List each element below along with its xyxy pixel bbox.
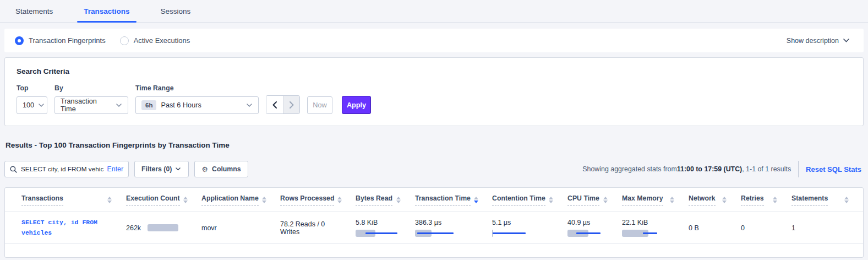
- transaction-time-value: 386.3 µs: [415, 219, 441, 226]
- stats-suffix: , 1-1 of 1 results: [742, 165, 791, 173]
- column-header-max-memory[interactable]: Max Memory: [622, 194, 689, 205]
- execution-count-bar: [148, 224, 179, 231]
- column-header-cpu-time[interactable]: CPU Time: [567, 194, 622, 205]
- search-criteria-card: Search Criteria Top 100 By Transaction T…: [4, 57, 864, 126]
- column-label: CPU Time: [567, 194, 599, 205]
- columns-button[interactable]: ⚙ Columns: [194, 161, 248, 177]
- search-box: Enter: [4, 161, 129, 177]
- column-header-transactions[interactable]: Transactions: [21, 194, 126, 205]
- reset-sql-stats-link[interactable]: Reset SQL Stats: [806, 165, 864, 174]
- results-heading: Results - Top 100 Transaction Fingerprin…: [6, 141, 862, 149]
- column-header-execution-count[interactable]: Execution Count: [126, 194, 201, 205]
- transaction-time-cell: 386.3 µs: [415, 219, 492, 237]
- tab-transactions[interactable]: Transactions: [81, 0, 132, 22]
- prev-range-button[interactable]: [266, 96, 283, 113]
- search-icon: [10, 166, 17, 173]
- sort-icon: [670, 197, 674, 203]
- gear-icon: ⚙: [201, 165, 208, 174]
- chevron-down-icon: [247, 104, 253, 107]
- contention-time-bar: [492, 230, 537, 237]
- time-range-field: Time Range 6h Past 6 Hours: [135, 84, 259, 114]
- transactions-table: Transactions Execution Count Application…: [4, 187, 864, 258]
- column-header-statements[interactable]: Statements: [791, 194, 863, 205]
- column-header-application-name[interactable]: Application Name: [201, 194, 280, 205]
- column-label: Execution Count: [126, 194, 180, 205]
- contention-time-cell: 5.1 µs: [492, 219, 567, 237]
- time-range-badge: 6h: [141, 100, 156, 110]
- statements-cell: 1: [791, 224, 863, 232]
- top-label: Top: [17, 84, 47, 92]
- max-memory-bar: [622, 230, 667, 237]
- sort-icon: [603, 197, 608, 203]
- execution-count-value: 262k: [126, 224, 141, 232]
- sort-icon-descending: [474, 197, 478, 203]
- execution-count-cell: 262k: [126, 224, 201, 232]
- by-field: By Transaction Time: [54, 84, 128, 114]
- table-row: SELECT city, id FROM vehicles 262k movr …: [5, 212, 863, 244]
- filters-label: Filters (0): [141, 165, 172, 173]
- contention-time-value: 5.1 µs: [492, 219, 511, 226]
- sort-icon: [183, 197, 188, 203]
- sort-icon: [549, 197, 553, 203]
- network-cell: 0 B: [689, 224, 741, 232]
- column-label: Network: [689, 194, 716, 205]
- stats-prefix: Showing aggregated stats from: [582, 165, 677, 173]
- chevron-left-icon: [272, 101, 277, 109]
- chevron-right-icon: [290, 101, 294, 109]
- column-label: Max Memory: [622, 194, 663, 205]
- by-select-value: Transaction Time: [61, 98, 112, 113]
- time-range-select[interactable]: 6h Past 6 Hours: [135, 96, 259, 114]
- search-criteria-title: Search Criteria: [17, 67, 851, 75]
- chevron-down-icon: [176, 167, 182, 171]
- rows-processed-cell: 78.2 Reads / 0 Writes: [280, 220, 356, 236]
- sort-icon: [107, 197, 112, 203]
- column-label: Statements: [791, 194, 828, 205]
- sort-icon: [396, 197, 401, 203]
- column-header-network[interactable]: Network: [689, 194, 741, 205]
- top-select[interactable]: 100: [17, 96, 47, 114]
- time-range-label: Time Range: [135, 84, 259, 92]
- radio-transaction-fingerprints[interactable]: Transaction Fingerprints: [15, 36, 106, 45]
- tab-statements[interactable]: Statements: [13, 0, 55, 22]
- time-range-stepper: [266, 95, 300, 114]
- radio-label: Active Executions: [134, 36, 190, 45]
- application-name-cell: movr: [201, 224, 280, 232]
- retries-cell: 0: [741, 224, 791, 232]
- transaction-time-bar: [415, 230, 460, 237]
- by-select[interactable]: Transaction Time: [54, 96, 128, 114]
- column-header-rows-processed[interactable]: Rows Processed: [280, 194, 356, 205]
- column-header-retries[interactable]: Retries: [741, 194, 791, 205]
- cpu-time-value: 40.9 µs: [567, 219, 590, 226]
- show-description-label: Show description: [787, 37, 839, 45]
- column-label: Transactions: [21, 194, 63, 205]
- transaction-cell: SELECT city, id FROM vehicles: [21, 218, 126, 239]
- bytes-read-cell: 5.8 KiB: [356, 219, 415, 237]
- bytes-read-bar: [356, 230, 401, 237]
- column-header-bytes-read[interactable]: Bytes Read: [356, 194, 415, 205]
- column-label: Application Name: [201, 194, 259, 205]
- apply-button[interactable]: Apply: [342, 96, 371, 114]
- view-mode-card: Transaction Fingerprints Active Executio…: [4, 29, 864, 52]
- max-memory-cell: 22.1 KiB: [622, 219, 689, 237]
- tab-sessions[interactable]: Sessions: [159, 0, 193, 22]
- column-label: Transaction Time: [415, 194, 471, 205]
- sort-icon: [262, 197, 266, 203]
- radio-active-executions[interactable]: Active Executions: [120, 36, 190, 45]
- radio-unselected-icon: [120, 36, 129, 45]
- max-memory-value: 22.1 KiB: [622, 219, 648, 226]
- cpu-time-cell: 40.9 µs: [567, 219, 622, 237]
- results-toolbar: Enter Filters (0) ⚙ Columns Showing aggr…: [4, 161, 864, 177]
- chevron-down-icon: [116, 104, 122, 107]
- filters-button[interactable]: Filters (0): [134, 161, 189, 177]
- column-header-transaction-time[interactable]: Transaction Time: [415, 194, 492, 205]
- transaction-fingerprint-link[interactable]: SELECT city, id FROM vehicles: [21, 219, 97, 236]
- sort-icon: [844, 197, 849, 203]
- show-description-toggle[interactable]: Show description: [787, 37, 849, 45]
- search-enter-button[interactable]: Enter: [107, 165, 123, 173]
- column-label: Retries: [741, 194, 764, 205]
- column-header-contention-time[interactable]: Contention Time: [492, 194, 567, 205]
- cpu-time-bar: [567, 230, 613, 237]
- now-button[interactable]: Now: [307, 96, 332, 114]
- next-range-button[interactable]: [283, 96, 299, 113]
- search-input[interactable]: [21, 165, 103, 173]
